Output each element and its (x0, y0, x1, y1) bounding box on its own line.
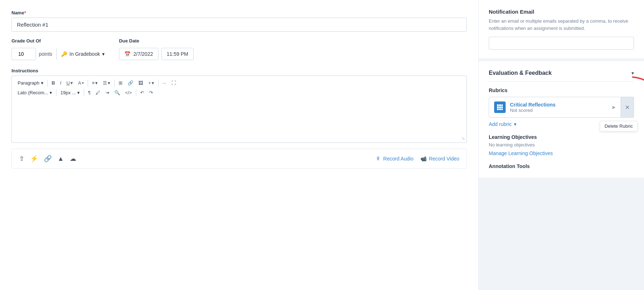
text-color-chevron: ▾ (82, 81, 84, 85)
assignment-name-input[interactable] (12, 18, 467, 32)
toolbar-row-1: Paragraph ▾ B I U ▾ A▾ ≡ ▾ ☰ ▾ ⊞ 🔗 🖼 + ▾ (15, 79, 463, 87)
close-icon: ✕ (625, 104, 630, 111)
due-date-section: Due Date 📅 2/7/2022 11:59 PM (119, 38, 193, 60)
notification-section: Notification Email Enter an email or mul… (479, 0, 644, 61)
insert-plus-button[interactable]: + ▾ (146, 79, 156, 87)
annotation-tools-title: Annotation Tools (489, 163, 634, 169)
divider (56, 48, 57, 60)
font-size-chevron: ▾ (77, 90, 80, 95)
find-button[interactable]: 🔍 (112, 89, 122, 97)
notification-title: Notification Email (489, 9, 634, 15)
record-video-button[interactable]: 📹 Record Video (420, 156, 459, 162)
rubric-item-wrapper: Critical Reflections Not scored ▶ ✕ (489, 97, 634, 118)
font-size-label: 19px ... (60, 90, 76, 95)
svg-rect-7 (499, 109, 501, 110)
due-time-button[interactable]: 11:59 PM (161, 48, 194, 60)
red-arrow (630, 75, 644, 105)
learning-objectives-section: Learning Objectives No learning objectiv… (489, 134, 634, 156)
list-button[interactable]: ☰ ▾ (101, 79, 112, 87)
text-color-button[interactable]: A▾ (76, 79, 86, 87)
insert-chevron: ▾ (152, 80, 154, 86)
due-time-value: 11:59 PM (167, 51, 188, 57)
indent-button[interactable]: ⇥ (103, 89, 111, 97)
toolbar-sep-3 (114, 80, 115, 87)
svg-rect-3 (497, 107, 499, 108)
record-audio-button[interactable]: 🎙 Record Audio (376, 156, 413, 162)
cloud-icon[interactable]: ☁ (70, 155, 76, 163)
underline-button[interactable]: U ▾ (64, 79, 75, 87)
evaluation-section: Evaluation & Feedback ▾ Rubrics (479, 61, 644, 181)
upload-icon[interactable]: ⇧ (19, 155, 24, 163)
fullscreen-button[interactable]: ⛶ (169, 79, 178, 87)
flash-icon[interactable]: ⚡ (30, 155, 38, 163)
gradebook-button[interactable]: 🔑 In Gradebook ▾ (61, 51, 105, 57)
svg-rect-4 (499, 107, 501, 108)
due-date-label: Due Date (119, 38, 193, 44)
redo-button[interactable]: ↷ (147, 89, 155, 97)
paragraph-style-button[interactable]: Paragraph ▾ (15, 79, 46, 87)
align-chevron: ▾ (95, 80, 98, 86)
highlight-button[interactable]: 🖊 (93, 89, 102, 97)
font-size-button[interactable]: 19px ... ▾ (58, 89, 82, 96)
manage-learning-objectives-button[interactable]: Manage Learning Objectives (489, 150, 553, 156)
notification-email-input[interactable] (489, 37, 634, 50)
text-format-button[interactable]: ¶ (86, 89, 93, 97)
eval-header: Evaluation & Feedback ▾ (489, 70, 634, 76)
annotation-tools-section: Annotation Tools (489, 163, 634, 169)
name-label: Name* (12, 10, 467, 15)
no-objectives-text: No learning objectives (489, 142, 634, 148)
more-button[interactable]: ··· (160, 79, 169, 87)
right-panel: Notification Email Enter an email or mul… (479, 0, 644, 290)
required-marker: * (24, 10, 26, 15)
toolbar-sep-4 (158, 80, 158, 87)
font-select-button[interactable]: Lato (Recom... ▾ (15, 89, 54, 96)
image-button[interactable]: 🖼 (136, 79, 145, 87)
svg-rect-2 (501, 104, 503, 106)
toolbar-sep-6 (84, 89, 84, 96)
rubric-expand-icon[interactable]: ▶ (612, 105, 616, 110)
link-media-icon[interactable]: 🔗 (44, 155, 52, 163)
instructions-label: Instructions (12, 68, 467, 73)
svg-rect-8 (501, 109, 503, 110)
toolbar-sep-5 (56, 89, 56, 96)
add-rubric-button[interactable]: Add rubric ▾ (489, 121, 516, 127)
undo-button[interactable]: ↶ (138, 89, 146, 97)
record-video-label: Record Video (429, 156, 459, 162)
calendar-icon: 📅 (124, 51, 130, 57)
list-chevron: ▾ (108, 80, 110, 86)
toolbar-sep-2 (88, 80, 88, 87)
code-button[interactable]: </> (123, 89, 134, 97)
svg-rect-0 (497, 104, 499, 106)
editor-body[interactable]: ⤡ (12, 100, 467, 143)
grid-svg (497, 104, 503, 110)
rubric-card: Critical Reflections Not scored ▶ (489, 97, 621, 118)
table-button[interactable]: ⊞ (116, 79, 125, 87)
resize-handle: ⤡ (461, 136, 465, 141)
link-button[interactable]: 🔗 (125, 79, 135, 87)
drive-icon[interactable]: ▲ (58, 155, 64, 163)
grade-label: Grade Out Of (12, 38, 105, 44)
grade-section: Grade Out Of points 🔑 In Gradebook ▾ (12, 38, 105, 60)
delete-rubric-tooltip: Delete Rubric (600, 121, 638, 131)
font-label: Lato (Recom... (18, 90, 48, 95)
video-camera-icon: 📹 (420, 156, 427, 162)
rubric-grid-icon (494, 101, 506, 113)
name-label-text: Name (12, 10, 24, 15)
record-audio-label: Record Audio (383, 156, 413, 162)
media-bar-icons: ⇧ ⚡ 🔗 ▲ ☁ (19, 155, 76, 163)
arrow-svg (630, 75, 644, 104)
align-button[interactable]: ≡ ▾ (90, 79, 100, 87)
bold-button[interactable]: B (50, 79, 57, 87)
rubrics-label: Rubrics (489, 87, 634, 93)
grade-due-row: Grade Out Of points 🔑 In Gradebook ▾ Due… (12, 38, 467, 60)
grade-input[interactable] (12, 48, 36, 60)
eval-divider (489, 81, 634, 82)
due-date-button[interactable]: 📅 2/7/2022 (119, 48, 158, 60)
name-field-group: Name* (12, 10, 467, 32)
rubric-name: Critical Reflections (510, 102, 608, 108)
left-panel: Name* Grade Out Of points 🔑 In Gradebook… (0, 0, 479, 290)
due-row: 📅 2/7/2022 11:59 PM (119, 48, 193, 60)
toolbar-sep-7 (136, 89, 136, 96)
italic-button[interactable]: I (58, 79, 64, 87)
grade-row: points 🔑 In Gradebook ▾ (12, 48, 105, 60)
